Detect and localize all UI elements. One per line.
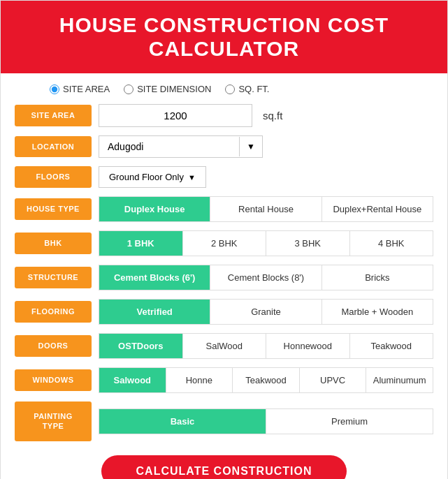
house-type-rental[interactable]: Rental House [210, 197, 321, 221]
bhk-2[interactable]: 2 BHK [183, 231, 267, 256]
radio-group: SITE AREA SITE DIMENSION SQ. FT. [15, 84, 433, 94]
doors-teakwood[interactable]: Teakwood [350, 334, 433, 358]
radio-sq-ft-label: SQ. FT. [238, 84, 269, 94]
structure-cement-8[interactable]: Cement Blocks (8') [210, 265, 321, 290]
flooring-label: FLOORING [15, 301, 92, 322]
structure-row: STRUCTURE Cement Blocks (6') Cement Bloc… [15, 265, 433, 290]
windows-honne[interactable]: Honne [166, 368, 233, 392]
location-select-wrap[interactable]: Adugodi Bangalore Mysore Hubli Mangalore… [99, 135, 263, 158]
page-header: HOUSE CONSTRUCTION COST CALCULATOR [1, 1, 447, 73]
house-type-row: HOUSE TYPE Duplex House Rental House Dup… [15, 196, 433, 222]
windows-label: WINDOWS [15, 369, 92, 390]
location-label: LOCATION [15, 136, 92, 157]
location-select[interactable]: Adugodi Bangalore Mysore Hubli Mangalore [99, 136, 239, 157]
windows-upvc[interactable]: UPVC [300, 368, 367, 392]
painting-row: PAINTINGTYPE Basic Premium [15, 401, 433, 441]
site-area-row: SITE AREA sq.ft [15, 104, 433, 127]
windows-toggle: Salwood Honne Teakwood UPVC Aluminumum [99, 367, 433, 393]
bhk-3[interactable]: 3 BHK [266, 231, 350, 256]
radio-site-area[interactable]: SITE AREA [50, 84, 110, 94]
structure-bricks[interactable]: Bricks [322, 265, 433, 290]
house-type-duplex-rental[interactable]: Duplex+Rental House [322, 197, 433, 221]
doors-label: DOORS [15, 335, 92, 356]
site-area-input[interactable] [99, 104, 252, 127]
site-area-label: SITE AREA [15, 105, 92, 126]
painting-premium[interactable]: Premium [266, 409, 433, 434]
structure-cement-6[interactable]: Cement Blocks (6') [99, 265, 210, 290]
radio-site-dimension-label: SITE DIMENSION [137, 84, 211, 94]
bhk-4[interactable]: 4 BHK [350, 231, 433, 256]
windows-row: WINDOWS Salwood Honne Teakwood UPVC Alum… [15, 367, 433, 393]
structure-toggle: Cement Blocks (6') Cement Blocks (8') Br… [99, 265, 433, 290]
windows-salwood[interactable]: Salwood [99, 368, 166, 392]
windows-teakwood[interactable]: Teakwood [233, 368, 300, 392]
doors-toggle: OSTDoors SalWood Honnewood Teakwood [99, 333, 433, 359]
header-title: HOUSE CONSTRUCTION COST CALCULATOR [59, 13, 389, 60]
radio-site-dimension[interactable]: SITE DIMENSION [124, 84, 211, 94]
doors-honnewood[interactable]: Honnewood [266, 334, 350, 358]
floors-arrow-icon: ▼ [188, 173, 196, 182]
flooring-vetrified[interactable]: Vetrified [99, 300, 210, 324]
house-type-toggle: Duplex House Rental House Duplex+Rental … [99, 196, 433, 222]
radio-sq-ft[interactable]: SQ. FT. [225, 84, 269, 94]
calculate-button[interactable]: CALCULATE CONSTRUCTION [101, 455, 347, 479]
painting-toggle: Basic Premium [99, 408, 433, 434]
painting-label: PAINTINGTYPE [15, 401, 92, 441]
flooring-row: FLOORING Vetrified Granite Marble + Wood… [15, 299, 433, 325]
radio-site-area-label: SITE AREA [63, 84, 110, 94]
bhk-label: BHK [15, 233, 92, 253]
doors-row: DOORS OSTDoors SalWood Honnewood Teakwoo… [15, 333, 433, 359]
floors-value: Ground Floor Only [109, 172, 184, 182]
house-type-duplex[interactable]: Duplex House [99, 197, 210, 221]
structure-label: STRUCTURE [15, 267, 92, 288]
doors-salwood[interactable]: SalWood [183, 334, 267, 358]
flooring-marble-wooden[interactable]: Marble + Wooden [322, 300, 433, 324]
calculator-container: HOUSE CONSTRUCTION COST CALCULATOR SITE … [0, 0, 448, 479]
flooring-toggle: Vetrified Granite Marble + Wooden [99, 299, 433, 325]
painting-basic[interactable]: Basic [99, 409, 266, 434]
site-area-unit: sq.ft [263, 110, 282, 121]
location-row: LOCATION Adugodi Bangalore Mysore Hubli … [15, 135, 433, 158]
house-type-label: HOUSE TYPE [15, 198, 92, 219]
bhk-toggle: 1 BHK 2 BHK 3 BHK 4 BHK [99, 230, 433, 256]
location-arrow-icon: ▼ [239, 137, 262, 156]
floors-label: FLOORS [15, 166, 92, 187]
flooring-granite[interactable]: Granite [210, 300, 321, 324]
windows-aluminium[interactable]: Aluminumum [366, 368, 433, 392]
bhk-row: BHK 1 BHK 2 BHK 3 BHK 4 BHK [15, 230, 433, 256]
bhk-1[interactable]: 1 BHK [99, 231, 183, 256]
floors-row: FLOORS Ground Floor Only ▼ [15, 166, 433, 188]
floors-dropdown[interactable]: Ground Floor Only ▼ [99, 166, 206, 188]
doors-ost[interactable]: OSTDoors [99, 334, 183, 358]
